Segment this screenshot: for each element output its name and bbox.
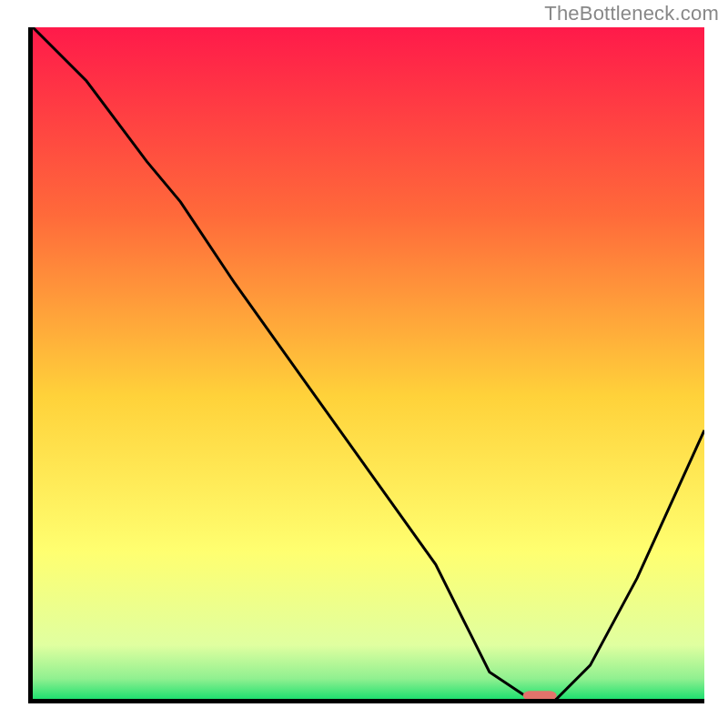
optimal-point-marker [523, 691, 557, 699]
chart-plot-area [33, 27, 704, 699]
watermark-text: TheBottleneck.com [544, 2, 719, 25]
chart-background-gradient [33, 27, 704, 699]
